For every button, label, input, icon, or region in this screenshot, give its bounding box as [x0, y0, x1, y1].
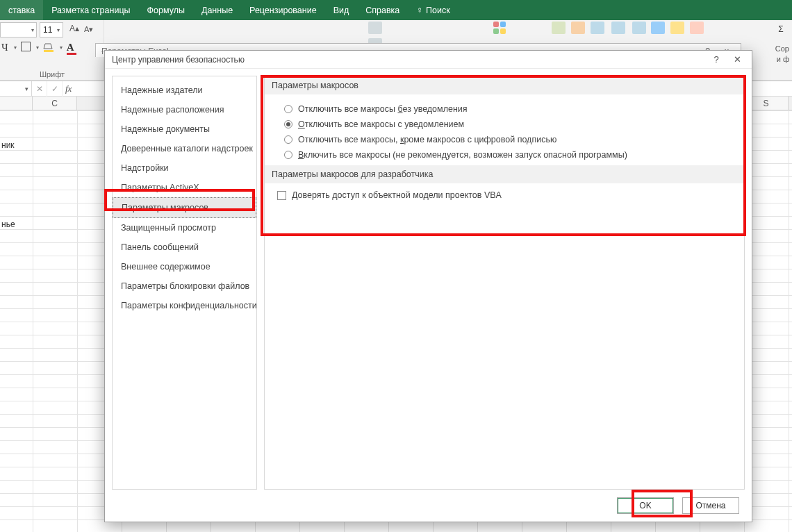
trust-center-content: Параметры макросов Отключить все макросы… — [264, 76, 745, 490]
fill-color-button[interactable] — [43, 42, 54, 53]
nav-item[interactable]: Надстройки — [113, 158, 256, 178]
ribbon-tab[interactable]: Рецензирование — [241, 0, 325, 20]
border-button[interactable] — [21, 42, 31, 53]
chevron-down-icon: ▾ — [57, 27, 60, 33]
nav-item[interactable]: Надежные документы — [113, 119, 256, 139]
close-button[interactable]: ✕ — [727, 51, 748, 69]
macro-radio-option[interactable]: Отключить все макросы, кроме макросов с … — [284, 132, 734, 147]
ok-button[interactable]: OK — [617, 497, 674, 514]
nav-item[interactable]: Параметры конфиденциальности — [113, 296, 256, 315]
ribbon-search[interactable]: ♀ Поиск — [408, 0, 458, 20]
ribbon-text: Сор — [775, 44, 789, 53]
dialog-titlebar: Центр управления безопасностью ? ✕ — [105, 51, 752, 69]
ribbon-tab[interactable]: Данные — [193, 0, 241, 20]
section-header: Параметры макросов для разработчика — [265, 165, 744, 183]
increase-font-icon[interactable]: A▴ — [69, 24, 79, 33]
svg-rect-0 — [44, 50, 53, 52]
macro-radio-option[interactable]: Отключить все макросы без уведомления — [284, 101, 734, 117]
radio-label: Отключить все макросы, кроме макросов с … — [298, 135, 556, 144]
trust-center-nav: Надежные издателиНадежные расположенияНа… — [112, 76, 257, 490]
radio-label: Отключить все макросы с уведомлением — [298, 119, 464, 129]
cell-text: ник — [1, 140, 15, 150]
section-header: Параметры макросов — [265, 76, 744, 94]
sigma-icon[interactable]: Σ — [774, 22, 788, 36]
checkbox-icon[interactable] — [277, 191, 286, 200]
nav-item[interactable]: Надежные издатели — [113, 81, 256, 100]
ribbon-text: и ф — [777, 55, 789, 63]
nav-item[interactable]: Панель сообщений — [113, 238, 256, 257]
radio-icon[interactable] — [284, 135, 292, 144]
nav-item[interactable]: Параметры блокировки файлов — [113, 276, 256, 296]
font-size-value: 11 — [43, 25, 52, 35]
nav-item[interactable]: Параметры макросов — [113, 197, 256, 218]
help-button[interactable]: ? — [706, 51, 727, 69]
decrease-font-icon[interactable]: A▾ — [84, 25, 93, 34]
chevron-down-icon: ▾ — [35, 44, 39, 51]
lightbulb-icon: ♀ — [416, 5, 423, 15]
ribbon-far-right: Σ — [774, 22, 788, 36]
font-color-bar — [67, 53, 76, 55]
dialog-title: Центр управления безопасностью — [112, 55, 245, 65]
macro-radio-option[interactable]: Отключить все макросы с уведомлением — [284, 117, 734, 132]
col-head[interactable]: C — [33, 97, 77, 110]
font-family-dropdown[interactable]: ▾ — [0, 22, 37, 38]
ribbon-tab[interactable]: Справка — [357, 0, 408, 20]
confirm-edit-button[interactable]: ✓ — [47, 81, 63, 97]
chevron-down-icon: ▾ — [58, 44, 63, 51]
radio-label: Включить все макросы (не рекомендуется, … — [298, 150, 627, 160]
underline-button[interactable]: Ч — [1, 42, 8, 53]
radio-icon[interactable] — [284, 120, 292, 128]
nav-item[interactable]: Защищенный просмотр — [113, 218, 256, 238]
ribbon-tab[interactable]: ставка — [0, 0, 43, 20]
font-color-button[interactable]: A — [67, 42, 74, 53]
macro-radio-option[interactable]: Включить все макросы (не рекомендуется, … — [284, 147, 734, 163]
chevron-down-icon: ▾ — [13, 44, 17, 51]
cancel-edit-button[interactable]: ✕ — [32, 81, 47, 97]
bucket-icon — [43, 42, 54, 53]
nav-item[interactable]: Надежные расположения — [113, 100, 256, 119]
font-size-dropdown[interactable]: 11 ▾ — [40, 22, 63, 38]
ribbon-tab[interactable]: Формулы — [139, 0, 193, 20]
col-head[interactable] — [0, 97, 33, 110]
cancel-button[interactable]: Отмена — [682, 497, 739, 514]
radio-icon[interactable] — [284, 105, 292, 113]
fx-icon[interactable]: fx — [63, 83, 72, 94]
cell-text: нье — [1, 219, 15, 229]
chevron-down-icon: ▾ — [31, 27, 34, 33]
ribbon-tab[interactable]: Разметка страницы — [43, 0, 138, 20]
name-box[interactable]: ▾ — [0, 81, 32, 97]
trust-center-dialog: Центр управления безопасностью ? ✕ Надеж… — [104, 50, 752, 522]
radio-icon[interactable] — [284, 151, 292, 159]
ribbon-group-label: Шрифт — [0, 70, 104, 78]
ribbon-font-group: ▾ 11 ▾ A▴ A▾ Ч▾ ▾ ▾ A Шрифт — [0, 20, 104, 81]
checkbox-label: Доверять доступ к объектной модели проек… — [292, 190, 502, 200]
macro-radio-group: Отключить все макросы без уведомленияОтк… — [265, 94, 744, 165]
ribbon-search-label: Поиск — [426, 6, 450, 15]
trust-vba-checkbox-row[interactable]: Доверять доступ к объектной модели проек… — [265, 183, 744, 203]
nav-item[interactable]: Внешнее содержимое — [113, 257, 256, 276]
nav-item[interactable]: Параметры ActiveX — [113, 178, 256, 197]
nav-item[interactable]: Доверенные каталоги надстроек — [113, 139, 256, 158]
ribbon-tab[interactable]: Вид — [325, 0, 358, 20]
chevron-down-icon: ▾ — [24, 85, 28, 92]
border-icon — [21, 42, 31, 51]
ribbon-tabs: ставка Разметка страницы Формулы Данные … — [0, 0, 792, 20]
dialog-footer: OK Отмена — [105, 490, 752, 522]
radio-label: Отключить все макросы без уведомления — [298, 104, 468, 114]
